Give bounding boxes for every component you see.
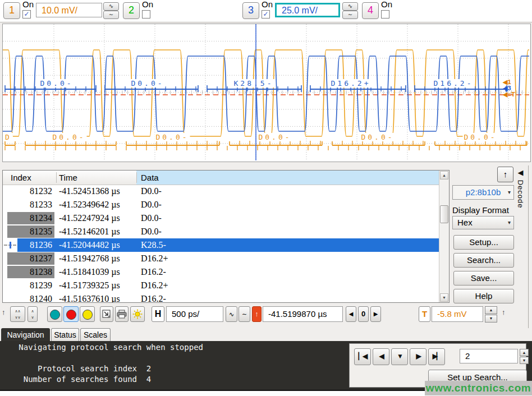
waveform-scale-up-icon[interactable]: ∿: [103, 2, 119, 11]
window-edge: [528, 165, 529, 328]
timebase-field[interactable]: 500 ps/: [166, 306, 223, 322]
waveform-scale-down-icon[interactable]: ∼: [103, 11, 119, 19]
double-chevron-up-icon: ∧∧: [11, 309, 25, 313]
scroll-up-icon[interactable]: ▲: [440, 171, 448, 179]
waveform-display[interactable]: D0.0-D0.0-K28.5-D16.2+D16.2-DD0.0-D0.0-D…: [2, 24, 531, 162]
index-down-button[interactable]: ▼: [520, 357, 529, 364]
channel-2-button[interactable]: 2: [123, 2, 140, 19]
cell-time: -41.51942768 µs: [59, 252, 120, 265]
column-header-data[interactable]: Data: [141, 173, 159, 182]
cell-index: 81239: [7, 279, 54, 292]
table-row[interactable]: 81240-41.51637610 µsD16.2-: [3, 292, 439, 303]
search-button[interactable]: Search...: [453, 253, 514, 268]
table-row[interactable]: 81233-41.52349642 µsD0.0-: [3, 198, 439, 211]
column-separator[interactable]: [56, 172, 57, 183]
vertical-fine-stepper[interactable]: ∧ ∨: [27, 306, 38, 322]
horizontal-zoom-out-button[interactable]: ∿: [226, 306, 237, 322]
print-button[interactable]: [115, 306, 129, 322]
data-column-header-highlight: [136, 171, 439, 185]
display-format-dropdown[interactable]: Hex▾: [452, 216, 514, 229]
decode-panel-tab[interactable]: ◀ Decode: [516, 168, 525, 230]
go-previous-button[interactable]: ◀: [373, 348, 389, 365]
cell-time: -41.52349642 µs: [59, 198, 120, 211]
panel-collapse-up-button[interactable]: ↑: [497, 167, 513, 182]
column-header-time[interactable]: Time: [59, 173, 77, 182]
scroll-down-icon[interactable]: ▼: [440, 293, 448, 302]
collapse-arrow-icon[interactable]: ↑: [2, 308, 6, 316]
table-row[interactable]: 81237-41.51942768 µsD16.2+: [3, 252, 439, 265]
channel-3-button[interactable]: 3: [242, 2, 259, 19]
search-index-field[interactable]: 2: [460, 349, 518, 363]
bus-selector-dropdown[interactable]: p2:8b10b▾: [452, 185, 514, 200]
tab-scales[interactable]: Scales: [80, 328, 111, 341]
decode-label: D0.0-: [155, 133, 189, 141]
channel-3-on-checkbox[interactable]: ✓: [262, 10, 270, 19]
index-up-button[interactable]: ▲: [520, 349, 529, 356]
cell-data: D16.2-: [141, 265, 166, 279]
channel-level-markers: ◀1 ◀3 ◀≡T: [503, 79, 532, 98]
screen-copy-button[interactable]: [100, 306, 113, 322]
channel-2-on-checkbox[interactable]: [142, 10, 150, 19]
trigger-position-button[interactable]: ↑: [252, 306, 262, 322]
trigger-level-marker[interactable]: ◀≡T: [503, 91, 532, 98]
trigger-level-field[interactable]: -5.8 mV: [432, 306, 483, 322]
status-tabbar: Navigation Status Scales: [0, 328, 532, 341]
horizontal-position-field[interactable]: -41.5199870 µs: [263, 306, 343, 322]
horizontal-menu-button[interactable]: H: [152, 306, 164, 322]
vertical-expand-stepper[interactable]: ∧∧ ∨∨: [10, 306, 25, 322]
channel-1-button[interactable]: 1: [3, 2, 20, 19]
help-button[interactable]: Help: [453, 289, 514, 303]
cell-index: 81234: [7, 212, 54, 224]
save-button[interactable]: Save...: [453, 271, 514, 286]
trigger-level-down-button[interactable]: ▼: [485, 315, 497, 323]
trigger-menu-button[interactable]: T: [419, 306, 430, 322]
position-left-button[interactable]: ◀: [346, 306, 356, 322]
table-row[interactable]: 81235-41.52146201 µsD0.0-: [3, 225, 439, 238]
waveform-scale-up-icon[interactable]: ∿: [342, 2, 358, 11]
table-row[interactable]: 81236-41.52044482 µsK28.5-: [3, 238, 439, 252]
single-button[interactable]: [80, 306, 95, 322]
sun-icon: [132, 309, 143, 319]
spin-up-icon: ▲: [489, 308, 493, 312]
horizontal-zoom-in-button[interactable]: ∼: [239, 306, 250, 322]
tab-navigation[interactable]: Navigation: [1, 328, 50, 341]
waveform-scale-down-icon[interactable]: ∼: [342, 11, 358, 19]
table-row[interactable]: 81232-41.52451368 µsD0.0-: [3, 185, 439, 198]
channel-4-button[interactable]: 4: [362, 2, 379, 19]
cell-index: 81236: [7, 239, 54, 251]
stop-button[interactable]: [63, 306, 79, 322]
go-first-button[interactable]: ▏◀: [354, 348, 371, 365]
trigger-level-up-button[interactable]: ▲: [485, 306, 497, 314]
printer-icon: [117, 310, 127, 319]
decode-label: D0.0-: [40, 79, 73, 88]
collapse-arrow-icon[interactable]: ↑: [502, 308, 506, 316]
sine-icon: ∼: [242, 311, 247, 317]
table-row[interactable]: 81238-41.51841039 µsD16.2-: [3, 265, 439, 279]
cell-index: 81238: [7, 266, 54, 278]
channel-3-scale-field[interactable]: 25.0 mV/: [275, 3, 340, 17]
channel-1-on-checkbox[interactable]: ✓: [22, 10, 31, 19]
column-header-index[interactable]: Index: [11, 173, 31, 182]
run-button[interactable]: [47, 306, 62, 322]
channel-1-scale-field[interactable]: 10.0 mV/: [36, 3, 102, 17]
channel-4-on-checkbox[interactable]: [381, 10, 389, 19]
column-separator[interactable]: [136, 172, 137, 183]
channel-2-on-label: On: [142, 0, 153, 9]
table-row[interactable]: 81239-41.51739325 µsD16.2+: [3, 279, 439, 292]
setup-button[interactable]: Setup...: [453, 235, 514, 250]
table-row[interactable]: 81234-41.52247924 µsD0.0-: [3, 211, 439, 225]
scrollbar-thumb[interactable]: [440, 205, 448, 223]
go-down-button[interactable]: ▼: [391, 348, 408, 365]
channel-2-on-group: On: [142, 0, 153, 19]
table-scrollbar[interactable]: ▲ ▼: [439, 171, 449, 302]
decode-label: D16.2-: [434, 79, 474, 88]
position-zero-button[interactable]: 0: [358, 306, 369, 322]
cell-data: D0.0-: [141, 185, 162, 198]
display-brightness-button[interactable]: [130, 306, 145, 322]
tab-status[interactable]: Status: [51, 328, 79, 341]
position-right-button[interactable]: ▶: [370, 306, 381, 322]
cell-data: K28.5-: [141, 238, 166, 252]
go-next-button[interactable]: ▶: [410, 348, 426, 365]
go-last-button[interactable]: ▶▏: [428, 348, 445, 365]
cell-index: 81235: [7, 225, 54, 238]
